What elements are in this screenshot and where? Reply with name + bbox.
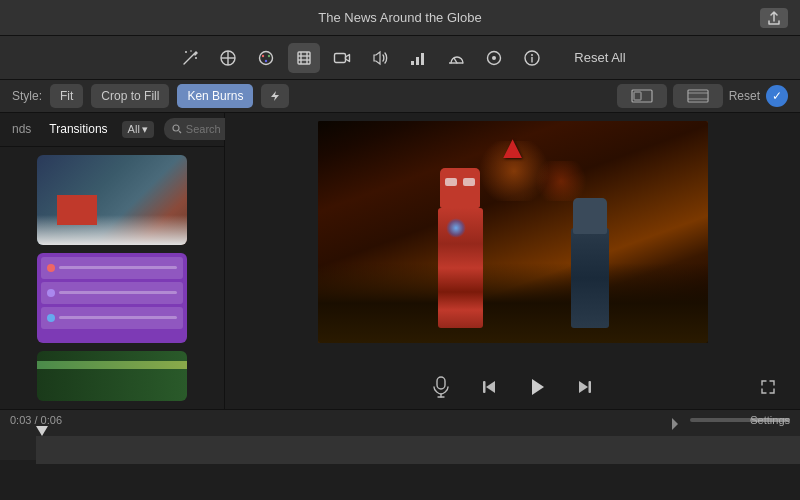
magic-wand-icon[interactable] — [174, 43, 206, 73]
next-icon — [576, 378, 594, 396]
main-layout: nds Transitions All ▾ — [0, 113, 800, 409]
svg-point-19 — [492, 56, 496, 60]
aspect-icon — [631, 89, 653, 103]
ken-burns-button[interactable]: Ken Burns — [177, 84, 253, 108]
fullscreen-button[interactable] — [760, 379, 776, 399]
clip-icon[interactable] — [478, 43, 510, 73]
reset-button[interactable]: Reset — [729, 89, 760, 103]
search-icon — [172, 124, 182, 134]
playback-time: 0:03 / 0:06 — [10, 414, 62, 426]
svg-point-2 — [191, 50, 193, 52]
svg-marker-34 — [486, 381, 495, 393]
svg-point-0 — [185, 51, 187, 53]
svg-line-17 — [454, 58, 457, 63]
svg-point-29 — [173, 125, 179, 131]
svg-rect-26 — [688, 90, 708, 102]
list-item[interactable] — [37, 253, 187, 343]
play-icon — [526, 376, 548, 398]
style-bar: Style: Fit Crop to Fill Ken Burns — [0, 80, 800, 113]
svg-point-7 — [265, 59, 267, 61]
sidebar: nds Transitions All ▾ — [0, 113, 225, 409]
list-item[interactable] — [37, 155, 187, 245]
toolbar: Reset All — [0, 36, 800, 80]
reset-all-button[interactable]: Reset All — [574, 50, 625, 65]
next-button[interactable] — [571, 373, 599, 401]
timeline: 0:03 / 0:06 Settings — [0, 409, 800, 460]
crop-to-fill-button[interactable]: Crop to Fill — [91, 84, 169, 108]
svg-point-6 — [268, 54, 270, 56]
share-button[interactable] — [760, 8, 788, 28]
svg-marker-39 — [672, 418, 678, 430]
fit-button[interactable]: Fit — [50, 84, 83, 108]
audio-icon[interactable] — [364, 43, 396, 73]
playback-controls — [225, 369, 800, 405]
svg-rect-24 — [634, 92, 641, 100]
svg-rect-8 — [298, 52, 310, 64]
style-label: Style: — [12, 89, 42, 103]
lightning-icon — [268, 89, 282, 103]
color-icon[interactable] — [212, 43, 244, 73]
timeline-audio-icon — [664, 416, 680, 436]
all-dropdown[interactable]: All ▾ — [122, 121, 154, 138]
share-icon — [767, 11, 781, 25]
svg-marker-36 — [532, 379, 544, 395]
sidebar-tab-sounds[interactable]: nds — [8, 120, 35, 138]
crop-icon[interactable] — [288, 43, 320, 73]
svg-rect-31 — [437, 377, 445, 389]
camera-icon[interactable] — [326, 43, 358, 73]
ken-burns-icon-button[interactable] — [261, 84, 289, 108]
thumbnail-list — [0, 147, 224, 409]
svg-marker-37 — [579, 381, 588, 393]
svg-point-4 — [260, 51, 273, 64]
svg-rect-35 — [483, 381, 486, 393]
prev-icon — [480, 378, 498, 396]
svg-point-1 — [195, 57, 197, 59]
title-bar: The News Around the Globe — [0, 0, 800, 36]
aspect-ratio-button-2[interactable] — [673, 84, 723, 108]
palette-icon[interactable] — [250, 43, 282, 73]
sidebar-tab-transitions[interactable]: Transitions — [45, 120, 111, 138]
timeline-track[interactable] — [36, 436, 800, 464]
video-preview[interactable]: ▲ — [318, 121, 708, 343]
playhead[interactable] — [36, 426, 48, 436]
info-icon[interactable] — [516, 43, 548, 73]
video-area: ▲ — [225, 113, 800, 409]
confirm-button[interactable]: ✓ — [766, 85, 788, 107]
svg-point-5 — [262, 54, 264, 56]
aspect-ratio-button[interactable] — [617, 84, 667, 108]
sidebar-tabs: nds Transitions All ▾ — [0, 113, 224, 147]
settings-button[interactable]: Settings — [750, 414, 790, 426]
play-button[interactable] — [523, 373, 551, 401]
svg-rect-15 — [416, 57, 419, 65]
style-right-controls: Reset ✓ — [617, 84, 788, 108]
window-title: The News Around the Globe — [318, 10, 481, 25]
ken-burns-arrow: ▲ — [497, 131, 529, 163]
svg-rect-14 — [411, 61, 414, 65]
aspect-icon-2 — [687, 89, 709, 103]
svg-rect-38 — [588, 381, 591, 393]
bars-icon[interactable] — [402, 43, 434, 73]
speed-icon[interactable] — [440, 43, 472, 73]
mic-icon — [432, 376, 450, 398]
expand-icon — [760, 379, 776, 395]
svg-point-21 — [531, 54, 533, 56]
list-item[interactable] — [37, 351, 187, 401]
svg-rect-16 — [421, 53, 424, 65]
microphone-button[interactable] — [427, 373, 455, 401]
svg-line-30 — [179, 131, 181, 133]
previous-button[interactable] — [475, 373, 503, 401]
svg-rect-13 — [335, 53, 346, 62]
